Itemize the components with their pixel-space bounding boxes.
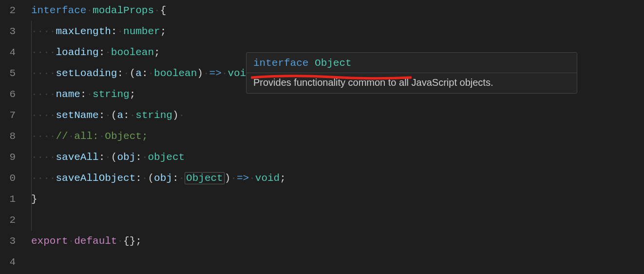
whitespace-dots: ···· bbox=[31, 152, 56, 163]
code-line[interactable]: ····setName:·(a:·string)· bbox=[31, 105, 644, 126]
type-object-highlighted[interactable]: Object bbox=[185, 172, 225, 184]
param-name: obj bbox=[154, 173, 172, 184]
line-number: 8 bbox=[0, 126, 16, 147]
keyword-export: export bbox=[31, 235, 68, 247]
paren-close: ) bbox=[172, 110, 179, 121]
code-line[interactable]: ····maxLength:·number; bbox=[31, 21, 644, 42]
line-number: 9 bbox=[0, 147, 16, 168]
colon: : bbox=[135, 152, 142, 163]
hover-keyword: interface bbox=[253, 58, 308, 69]
whitespace-dots: ···· bbox=[31, 26, 56, 37]
semicolon: ; bbox=[280, 173, 286, 184]
whitespace-dot: · bbox=[203, 68, 209, 79]
brace-open: { bbox=[160, 5, 167, 16]
paren-open: ( bbox=[148, 173, 154, 184]
arrow-token: => bbox=[209, 68, 222, 79]
whitespace-dot: · bbox=[105, 47, 111, 58]
colon: : bbox=[123, 110, 130, 121]
colon: : bbox=[111, 26, 117, 37]
code-line-empty[interactable] bbox=[31, 210, 644, 231]
param-name: obj bbox=[117, 152, 135, 163]
param-name: a bbox=[117, 110, 123, 121]
code-line-empty[interactable] bbox=[31, 252, 644, 273]
whitespace-dot: · bbox=[105, 110, 111, 121]
paren-close: ) bbox=[197, 68, 203, 79]
code-line[interactable]: interface·modalProps·{ bbox=[31, 0, 644, 21]
property-name: saveAllObject bbox=[56, 173, 135, 184]
colon: : bbox=[99, 110, 105, 121]
colon: : bbox=[99, 47, 105, 58]
code-line[interactable]: ····saveAll:·(obj:·object bbox=[31, 147, 644, 168]
line-number: 1 bbox=[0, 189, 16, 210]
property-name: setName bbox=[56, 110, 98, 121]
line-number: 2 bbox=[0, 0, 16, 21]
whitespace-dot: · bbox=[249, 173, 255, 184]
colon: : bbox=[142, 68, 148, 79]
property-name: name bbox=[56, 89, 80, 100]
line-number: 4 bbox=[0, 42, 16, 63]
whitespace-dots: ···· bbox=[31, 47, 56, 58]
whitespace-dots: ···· bbox=[31, 110, 56, 121]
code-line[interactable]: export·default·{}; bbox=[31, 231, 644, 252]
semicolon: ; bbox=[154, 47, 160, 58]
whitespace-dot: · bbox=[86, 5, 93, 16]
code-line[interactable]: ····//·all:·Object; bbox=[31, 126, 644, 147]
whitespace-dot: · bbox=[86, 89, 93, 100]
whitespace-dot: · bbox=[123, 68, 130, 79]
whitespace-dot: · bbox=[148, 68, 154, 79]
hover-description: Provides functionality common to all Jav… bbox=[246, 73, 577, 93]
whitespace-dot: · bbox=[142, 173, 148, 184]
colon: : bbox=[117, 68, 123, 79]
keyword-interface: interface bbox=[31, 5, 86, 16]
line-number: 2 bbox=[0, 210, 16, 231]
paren-open: ( bbox=[130, 68, 136, 79]
whitespace-dots: ···· bbox=[31, 173, 56, 184]
whitespace-dot: · bbox=[68, 235, 75, 247]
type-keyword: number bbox=[123, 26, 160, 37]
property-name: setLoading bbox=[56, 68, 117, 79]
code-line[interactable]: ····saveAllObject:·(obj:·Object)·=>·void… bbox=[31, 168, 644, 189]
colon: : bbox=[172, 173, 179, 184]
semicolon: ; bbox=[130, 89, 136, 100]
paren-open: ( bbox=[111, 110, 117, 121]
keyword-default: default bbox=[74, 235, 117, 247]
whitespace-dots: ···· bbox=[31, 89, 56, 100]
colon: : bbox=[80, 89, 87, 100]
hover-typename: Object bbox=[315, 58, 352, 69]
whitespace-dots: ···· bbox=[31, 131, 56, 142]
paren-close: ) bbox=[225, 173, 231, 184]
brace-close: } bbox=[31, 194, 38, 205]
type-keyword: string bbox=[135, 110, 172, 121]
line-number-gutter: 2 3 4 5 6 7 8 9 0 1 2 3 4 bbox=[0, 0, 19, 274]
arrow-token: => bbox=[237, 173, 249, 184]
type-keyword: string bbox=[93, 89, 130, 100]
property-name: saveAll bbox=[56, 152, 98, 163]
whitespace-dot: · bbox=[105, 152, 111, 163]
property-name: loading bbox=[56, 47, 98, 58]
whitespace-dot: · bbox=[179, 110, 185, 121]
param-name: a bbox=[135, 68, 142, 79]
line-number: 5 bbox=[0, 63, 16, 84]
code-line[interactable]: } bbox=[31, 189, 644, 210]
whitespace-dot: · bbox=[230, 173, 237, 184]
hover-signature: interface Object bbox=[246, 53, 577, 73]
type-keyword: boolean bbox=[154, 68, 197, 79]
type-identifier: modalProps bbox=[93, 5, 154, 16]
code-editor[interactable]: 2 3 4 5 6 7 8 9 0 1 2 3 4 interface·moda… bbox=[0, 0, 644, 274]
colon: : bbox=[99, 152, 105, 163]
whitespace-dot: · bbox=[222, 68, 228, 79]
line-number: 6 bbox=[0, 84, 16, 105]
whitespace-dots: ···· bbox=[31, 68, 56, 79]
whitespace-dot: · bbox=[117, 235, 123, 247]
whitespace-dot: · bbox=[130, 110, 136, 121]
type-keyword: boolean bbox=[111, 47, 154, 58]
line-number: 3 bbox=[0, 21, 16, 42]
property-name: maxLength bbox=[56, 26, 111, 37]
colon: : bbox=[135, 173, 142, 184]
line-number: 3 bbox=[0, 231, 16, 252]
intellisense-hover-tooltip[interactable]: interface Object Provides functionality … bbox=[246, 52, 577, 94]
type-keyword: object bbox=[148, 152, 185, 163]
type-keyword: void bbox=[255, 173, 280, 184]
semicolon: ; bbox=[160, 26, 167, 37]
code-content[interactable]: interface·modalProps·{ ····maxLength:·nu… bbox=[19, 0, 644, 274]
